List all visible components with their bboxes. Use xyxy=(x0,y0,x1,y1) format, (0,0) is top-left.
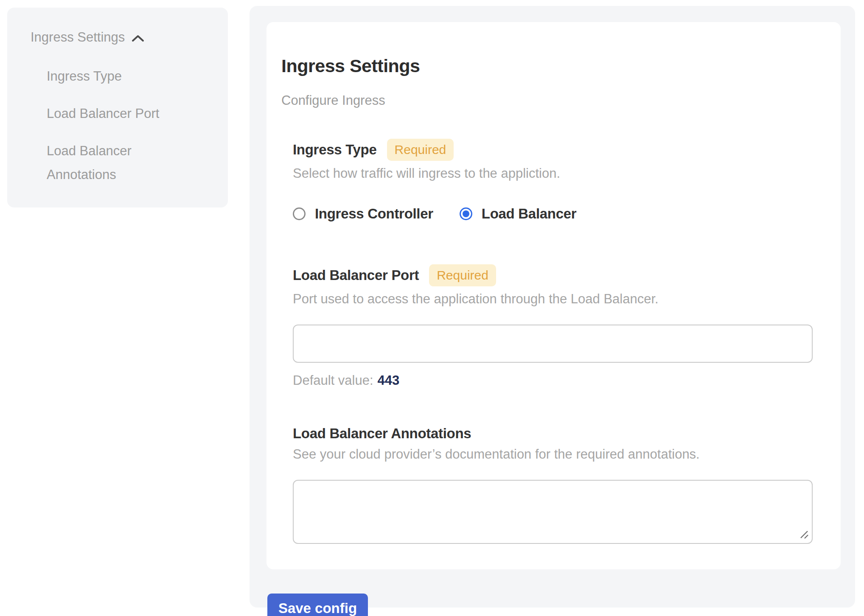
field-description: Select how traffic will ingress to the a… xyxy=(293,164,814,183)
ingress-type-radio-group: Ingress Controller Load Balancer xyxy=(293,206,814,222)
sidebar-group-label: Ingress Settings xyxy=(31,29,125,46)
page-subtitle: Configure Ingress xyxy=(281,92,814,109)
load-balancer-port-input[interactable] xyxy=(293,325,813,363)
sidebar-item-load-balancer-port[interactable]: Load Balancer Port xyxy=(47,102,193,126)
radio-label: Ingress Controller xyxy=(315,206,433,222)
sidebar-item-load-balancer-annotations[interactable]: Load Balancer Annotations xyxy=(47,139,193,187)
field-label-load-balancer-annotations: Load Balancer Annotations xyxy=(293,426,471,442)
ingress-settings-card: Ingress Settings Configure Ingress Ingre… xyxy=(266,22,841,569)
form-sections: Ingress Type Required Select how traffic… xyxy=(293,139,814,544)
section-head: Load Balancer Port Required xyxy=(293,264,814,286)
save-config-button[interactable]: Save config xyxy=(267,594,368,616)
section-head: Ingress Type Required xyxy=(293,139,814,161)
field-label-ingress-type: Ingress Type xyxy=(293,142,377,158)
section-load-balancer-annotations: Load Balancer Annotations See your cloud… xyxy=(293,426,814,544)
default-value: 443 xyxy=(378,373,400,388)
resize-handle-icon[interactable] xyxy=(799,529,809,540)
radio-label: Load Balancer xyxy=(482,206,577,222)
default-value-row: Default value:443 xyxy=(293,373,814,388)
load-balancer-annotations-textarea[interactable] xyxy=(293,480,813,544)
field-description: Port used to access the application thro… xyxy=(293,290,814,308)
main-panel: Ingress Settings Configure Ingress Ingre… xyxy=(250,6,855,608)
chevron-up-icon xyxy=(132,35,144,42)
radio-selected-icon[interactable] xyxy=(460,207,472,220)
sidebar-item-list: Ingress Type Load Balancer Port Load Bal… xyxy=(31,64,215,187)
required-badge: Required xyxy=(387,139,454,161)
settings-sidebar: Ingress Settings Ingress Type Load Balan… xyxy=(7,8,228,207)
section-ingress-type: Ingress Type Required Select how traffic… xyxy=(293,139,814,222)
radio-option-load-balancer[interactable]: Load Balancer xyxy=(460,206,577,222)
radio-option-ingress-controller[interactable]: Ingress Controller xyxy=(293,206,433,222)
field-description: See your cloud provider’s documentation … xyxy=(293,445,814,464)
field-label-load-balancer-port: Load Balancer Port xyxy=(293,267,419,283)
section-load-balancer-port: Load Balancer Port Required Port used to… xyxy=(293,264,814,388)
sidebar-group-ingress-settings[interactable]: Ingress Settings xyxy=(31,29,215,46)
sidebar-item-ingress-type[interactable]: Ingress Type xyxy=(47,64,193,88)
default-value-label: Default value: xyxy=(293,373,373,388)
page-title: Ingress Settings xyxy=(281,55,814,77)
required-badge: Required xyxy=(429,264,496,286)
radio-unselected-icon[interactable] xyxy=(293,207,306,220)
annotations-textarea-wrap xyxy=(293,480,813,544)
section-head: Load Balancer Annotations xyxy=(293,426,814,442)
